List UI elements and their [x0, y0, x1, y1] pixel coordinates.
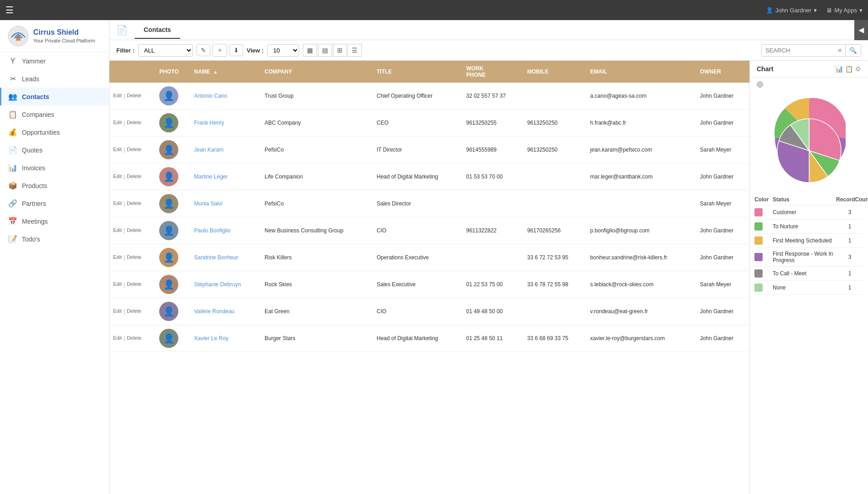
edit-icon-button[interactable]: ✎ [197, 44, 210, 56]
delete-link[interactable]: Delete [127, 254, 141, 261]
legend-status: To Call - Meet [773, 270, 836, 277]
chart-filter-dot [757, 81, 763, 88]
row-mobile [524, 190, 587, 217]
legend-status: To Nurture [773, 223, 836, 230]
sidebar-item-partners[interactable]: 🔗 Partners [0, 194, 109, 212]
delete-link[interactable]: Delete [127, 93, 141, 99]
search-input[interactable] [762, 45, 835, 56]
legend-count: 1 [836, 284, 863, 291]
edit-link[interactable]: Edit [113, 308, 122, 315]
contacts-table: PHOTO NAME ▲ COMPANY TITLE WORKPHONE MOB… [109, 61, 749, 352]
invoices-icon: 📊 [8, 163, 17, 172]
edit-link[interactable]: Edit [113, 93, 122, 99]
contact-name-link[interactable]: Sandrine Bonheur [194, 254, 238, 261]
row-workphone: 9613250255 [463, 110, 524, 137]
contact-name-link[interactable]: Antonio Cano [194, 93, 227, 99]
delete-link[interactable]: Delete [127, 147, 141, 153]
row-mobile [524, 83, 587, 110]
pipe-divider: | [124, 227, 125, 234]
contact-name-link[interactable]: Stéphanie Debruyn [194, 281, 241, 288]
edit-link[interactable]: Edit [113, 254, 122, 261]
delete-link[interactable]: Delete [127, 120, 141, 126]
sidebar-item-meetings[interactable]: 📅 Meetings [0, 212, 109, 230]
edit-link[interactable]: Edit [113, 227, 122, 234]
panel-collapse-button[interactable]: ◀ [854, 20, 868, 40]
contact-name-link[interactable]: Monia Salvi [194, 200, 222, 207]
contacts-icon: 👥 [8, 92, 17, 101]
row-owner: John Gardner [696, 110, 749, 137]
search-submit-button[interactable]: 🔍 [845, 45, 861, 56]
legend-status: First Response - Work In Progress [773, 251, 836, 263]
contact-name-link[interactable]: Paulo Bonfiglio [194, 227, 230, 234]
delete-link[interactable]: Delete [127, 308, 141, 315]
row-email: h.frank@abc.fr [587, 110, 696, 137]
edit-link[interactable]: Edit [113, 200, 122, 207]
delete-link[interactable]: Delete [127, 227, 141, 234]
sidebar-item-label-products: Products [22, 182, 47, 189]
chart-icon-btn-1[interactable]: 📊 [835, 65, 843, 73]
contact-name-link[interactable]: Valérie Rondeau [194, 308, 234, 315]
sidebar-item-yammer[interactable]: Y Yammer [0, 53, 109, 70]
avatar-placeholder: 👤 [163, 333, 175, 344]
edit-link[interactable]: Edit [113, 173, 122, 180]
row-company: Eat Green [261, 298, 373, 325]
contact-name-link[interactable]: Xavier Le Roy [194, 335, 228, 342]
edit-link[interactable]: Edit [113, 335, 122, 342]
contact-name-link[interactable]: Frank Henry [194, 120, 224, 126]
chart-icon-btn-2[interactable]: 📋 [845, 65, 853, 73]
legend-color [754, 269, 763, 278]
view-list-button[interactable]: ☰ [348, 44, 362, 57]
col-actions [109, 61, 156, 83]
edit-link[interactable]: Edit [113, 281, 122, 288]
sidebar-item-companies[interactable]: 📋 Companies [0, 105, 109, 123]
hamburger-button[interactable]: ☰ [5, 5, 14, 16]
avatar-placeholder: 👤 [163, 306, 175, 317]
sidebar-item-contacts[interactable]: 👥 Contacts [0, 88, 109, 105]
view-grid-button[interactable]: ⊞ [333, 44, 347, 57]
delete-link[interactable]: Delete [127, 200, 141, 207]
edit-link[interactable]: Edit [113, 120, 122, 126]
chart-icon-btn-3[interactable]: ⚙ [855, 65, 861, 73]
row-photo: 👤 [156, 83, 190, 110]
contact-avatar: 👤 [159, 167, 178, 186]
search-clear-button[interactable]: ✕ [835, 45, 845, 56]
row-owner: John Gardner [696, 163, 749, 190]
sidebar-item-products[interactable]: 📦 Products [0, 177, 109, 194]
col-photo: PHOTO [156, 61, 190, 83]
view-kanban-button[interactable]: ▦ [303, 44, 317, 57]
table-row: Edit | Delete 👤 Valérie Rondeau Eat Gree… [109, 298, 749, 325]
sidebar-item-quotes[interactable]: 📄 Quotes [0, 141, 109, 159]
tab-bar: 📄 Contacts ◀ [109, 20, 868, 40]
row-owner: John Gardner [696, 83, 749, 110]
view-cards-button[interactable]: ▤ [318, 44, 332, 57]
delete-link[interactable]: Delete [127, 281, 141, 288]
sidebar-item-opportunities[interactable]: 💰 Opportunities [0, 123, 109, 141]
col-name[interactable]: NAME ▲ [190, 61, 261, 83]
add-icon-button[interactable]: ＋ [213, 44, 227, 57]
opportunities-icon: 💰 [8, 128, 17, 137]
edit-link[interactable]: Edit [113, 147, 122, 153]
row-workphone: 01 22 53 75 00 [463, 271, 524, 298]
sidebar-item-leads[interactable]: ✂ Leads [0, 70, 109, 88]
tab-contacts[interactable]: Contacts [135, 21, 180, 39]
myapps-dropdown-arrow: ▾ [859, 7, 863, 14]
myapps-menu[interactable]: 🖥 My Apps ▾ [826, 7, 863, 14]
meetings-icon: 📅 [8, 217, 17, 226]
contact-name-link[interactable]: Jean Karam [194, 147, 223, 153]
pipe-divider: | [124, 335, 125, 342]
user-menu[interactable]: 👤 John Gardner ▾ [766, 7, 817, 14]
row-title: CIO [373, 298, 463, 325]
filter-select[interactable]: ALL My Contacts Active [138, 44, 193, 57]
sidebar-item-todos[interactable]: 📝 Todo's [0, 230, 109, 248]
row-mobile [524, 163, 587, 190]
row-mobile: 33 6 72 72 53 95 [524, 244, 587, 271]
export-icon-button[interactable]: ⬇ [229, 44, 243, 56]
delete-link[interactable]: Delete [127, 335, 141, 342]
view-select[interactable]: 10 25 50 [267, 44, 299, 57]
contact-name-link[interactable]: Martine Léger [194, 173, 228, 180]
sidebar-item-invoices[interactable]: 📊 Invoices [0, 159, 109, 177]
contact-avatar: 👤 [159, 329, 178, 348]
user-icon: 👤 [766, 7, 773, 14]
delete-link[interactable]: Delete [127, 173, 141, 180]
legend-row: Customer 3 [754, 205, 863, 220]
